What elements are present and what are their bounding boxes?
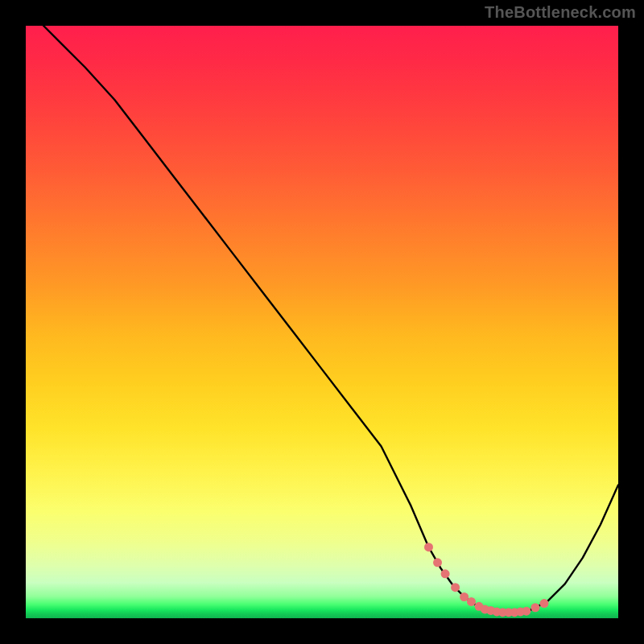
marker-dot (441, 569, 450, 578)
watermark-text: TheBottleneck.com (485, 3, 636, 22)
marker-dot (530, 603, 539, 612)
chart-frame: TheBottleneck.com (0, 0, 644, 644)
plot-area (26, 26, 618, 618)
marker-dot (424, 543, 433, 551)
optimal-range-markers (424, 543, 549, 617)
marker-dot (467, 597, 476, 606)
marker-dot (522, 607, 530, 616)
marker-dot (433, 558, 442, 567)
marker-dot (451, 583, 460, 592)
curve-group (43, 26, 618, 617)
marker-dot (540, 599, 549, 608)
bottleneck-curve (43, 26, 618, 613)
chart-svg (26, 26, 618, 618)
